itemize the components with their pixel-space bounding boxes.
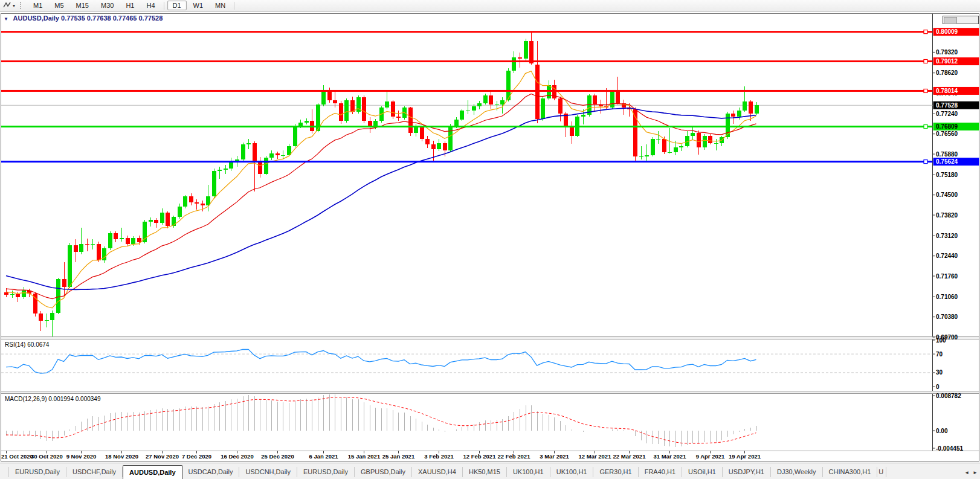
date-label: 7 Dec 2020	[182, 453, 211, 460]
chart-tab-eurusd-daily[interactable]: EURUSD,Daily	[297, 467, 355, 477]
candle-body	[178, 207, 182, 217]
candle-body	[247, 143, 251, 144]
hline-edge-marker	[924, 89, 927, 92]
chart-tab-china300-h1[interactable]: CHINA300,H1	[823, 467, 878, 477]
candle-body	[645, 155, 649, 156]
candle-body	[697, 133, 701, 148]
date-label: 12 Feb 2021	[463, 453, 497, 460]
toolbar-separator	[234, 2, 234, 10]
price-tick-label: 0.75180	[936, 172, 958, 178]
candle-body	[10, 294, 15, 295]
tab-scroll-controls: ◄►	[961, 470, 980, 479]
candle-body	[466, 111, 470, 111]
candle-body	[344, 100, 349, 121]
price-tick-label: 0.73820	[936, 212, 958, 219]
chart-tab-xauusd-h4[interactable]: XAUUSD,H4	[412, 467, 463, 477]
chart-tab-usdchf-daily[interactable]: USDCHF,Daily	[66, 467, 123, 477]
chart-tab-audusd-daily[interactable]: AUDUSD,Daily	[123, 465, 182, 479]
candle-body	[708, 136, 712, 143]
candle-body	[529, 41, 534, 63]
panel-splitter	[1, 391, 979, 394]
chart-tab-usdcnh-daily[interactable]: USDCNH,Daily	[239, 467, 297, 477]
candle-body	[258, 161, 262, 174]
candle-body	[218, 170, 222, 171]
chart-tab-usdcad-daily[interactable]: USDCAD,Daily	[182, 467, 240, 477]
rsi-scale-label: 0	[936, 384, 940, 390]
chart-tab-ger30-h1[interactable]: GER30,H1	[593, 467, 638, 477]
chart-tab-fra40-h1[interactable]: FRA40,H1	[639, 467, 682, 477]
date-label: 16 Dec 2020	[221, 453, 253, 460]
candle-body	[68, 245, 72, 287]
date-label: 9 Apr 2021	[696, 453, 725, 460]
date-label: 15 Jan 2021	[348, 453, 381, 460]
candle-body	[149, 220, 153, 221]
candle-body	[691, 133, 695, 136]
tabs-scroll-left-icon[interactable]: ◄	[964, 470, 969, 475]
chart-tab-uk100-h1[interactable]: UK100,H1	[507, 467, 550, 477]
scrollbar-thumb[interactable]	[944, 17, 957, 24]
date-label: 3 Mar 2021	[540, 453, 569, 460]
timeframe-button-d1[interactable]: D1	[167, 1, 187, 10]
chart-menu-arrow-icon[interactable]: ▼	[4, 16, 8, 22]
date-label: 21 Oct 2020	[1, 453, 33, 460]
candle-body	[201, 204, 205, 205]
candle-body	[74, 245, 78, 252]
candle-body	[726, 114, 730, 137]
date-label: 12 Mar 2021	[579, 453, 612, 460]
chart-tab-eurusd-daily[interactable]: EURUSD,Daily	[8, 467, 66, 477]
timeframe-button-h4[interactable]: H4	[141, 1, 160, 10]
chart-canvas[interactable]: 0.793200.786200.779400.772400.765600.758…	[0, 0, 980, 479]
price-tick-label: 0.71760	[936, 273, 958, 280]
chart-tab-uk100-h1[interactable]: UK100,H1	[550, 467, 594, 477]
candle-body	[483, 95, 488, 103]
candle-body	[408, 108, 413, 133]
candle-body	[298, 123, 303, 126]
candle-body	[425, 139, 430, 145]
timeframe-button-m30[interactable]: M30	[95, 1, 119, 10]
candle-body	[39, 313, 43, 321]
chart-tab-usoil-h1[interactable]: USOil,H1	[682, 467, 723, 477]
candle-body	[541, 98, 545, 119]
chart-tab-dj30-weekly[interactable]: DJ30,Weekly	[771, 467, 823, 477]
candle-body	[264, 158, 268, 174]
timeframe-button-mn[interactable]: MN	[210, 1, 231, 10]
tabs-scroll-right-icon[interactable]: ►	[973, 470, 978, 475]
chart-title: ▼ AUDUSD,Daily 0.77535 0.77638 0.77465 0…	[4, 14, 163, 22]
candle-body	[333, 100, 337, 103]
mdi-horizontal-scrollbar[interactable]	[943, 16, 979, 24]
macd-scale-label: -0.004451	[936, 445, 963, 452]
candle-body	[391, 101, 395, 117]
date-label: 6 Jan 2021	[309, 453, 338, 460]
candle-body	[253, 143, 257, 161]
candle-body	[339, 103, 343, 121]
chart-tab-hk50-m15[interactable]: HK50,M15	[463, 467, 507, 477]
candle-body	[85, 244, 89, 245]
toolbar-separator	[164, 2, 164, 10]
timeframe-button-m15[interactable]: M15	[71, 1, 94, 10]
candle-body	[224, 169, 228, 170]
timeframe-button-m5[interactable]: M5	[49, 1, 69, 10]
candle-body	[749, 101, 753, 114]
hline-edge-marker	[924, 160, 927, 164]
hline-segment	[1, 31, 933, 33]
candle-body	[656, 139, 660, 140]
candle-body	[535, 65, 540, 119]
hline-segment	[1, 126, 933, 127]
candle-body	[281, 155, 285, 156]
timeframe-button-h1[interactable]: H1	[120, 1, 140, 10]
toolbar-grip[interactable]	[20, 2, 22, 9]
price-tick-label: 0.71060	[936, 294, 958, 300]
hline-segment	[1, 161, 933, 162]
macd-scale-label: 0.00	[936, 428, 948, 434]
chart-tab-u[interactable]: U	[877, 467, 886, 477]
candle-body	[396, 117, 401, 118]
hline-price-badge-label: 0.75624	[936, 158, 958, 165]
timeframe-button-m1[interactable]: M1	[28, 1, 48, 10]
chart-tab-usdjpy-h1[interactable]: USDJPY,H1	[723, 467, 771, 477]
candle-body	[414, 127, 418, 133]
candle-body	[639, 156, 643, 157]
toolbar-dropdown-arrow-icon[interactable]: ▾	[13, 3, 15, 8]
crosshair-tool-icon[interactable]	[2, 1, 12, 10]
chart-tab-gbpusd-daily[interactable]: GBPUSD,Daily	[355, 467, 412, 477]
timeframe-button-w1[interactable]: W1	[188, 1, 209, 10]
